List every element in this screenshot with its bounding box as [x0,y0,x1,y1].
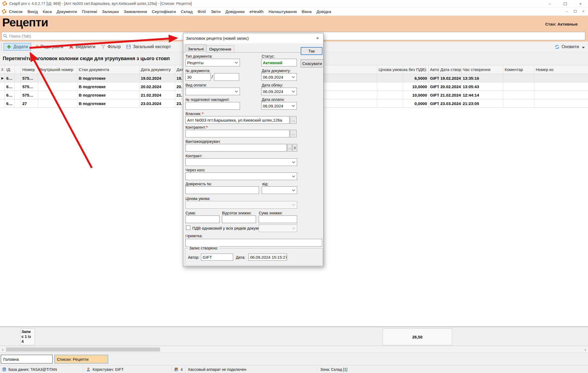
contract-combobox[interactable] [185,158,297,166]
contractor-field[interactable] [185,130,290,137]
via-combobox[interactable] [185,172,297,180]
author-field[interactable]: GIFT [201,254,233,261]
cell-blank [15,91,21,99]
tab-lists-recipes[interactable]: Списки: Рецепти [54,355,108,363]
column-chooser-icon[interactable] [0,65,5,74]
maximize-icon[interactable] [557,0,573,7]
edit-button[interactable]: Редагувати [31,43,66,50]
window-controls: – × [542,0,588,7]
cash-register-icon [174,367,179,372]
column-header-created-time[interactable]: Час створення [461,65,503,74]
doc-type-combobox[interactable]: Рецепты [185,59,240,66]
cancel-button[interactable]: Скасувати [301,59,324,67]
scroll-left-icon[interactable]: ‹ [1,346,5,353]
column-header-sum-no-vat[interactable]: Сума без ПДВ): [403,65,429,74]
menu-item-zvity[interactable]: Звіти [208,9,223,14]
note-field[interactable] [185,239,322,246]
sum-field[interactable] [185,215,220,223]
contract-label: Контракт: [185,154,202,158]
column-header-number[interactable]: Номер [21,65,38,74]
consignee-clear-button[interactable]: X [293,144,297,152]
column-header-blank[interactable] [15,65,21,74]
menu-item-dokumenty[interactable]: Документи [54,9,80,14]
export-button[interactable]: Загальний експорт [123,43,173,50]
statusbar-separator [83,366,83,372]
column-header-internal-number[interactable]: Внутрішній номер [38,65,77,74]
vat-rate-combobox[interactable] [259,224,297,232]
cash-register-status: Кассовый аппарат не подключен [188,365,246,373]
menu-item-vikna[interactable]: Вікна [299,9,314,14]
discount-sum-field[interactable] [259,215,297,223]
vat-same-checkbox[interactable] [186,226,190,230]
scroll-right-icon[interactable]: › [583,346,587,353]
account-date-combobox[interactable]: 06.09.2024 [261,88,297,95]
doc-no-field[interactable]: 30 [185,73,211,81]
consignee-field[interactable] [185,144,287,152]
cell-number-k [534,82,588,91]
menu-item-filii[interactable]: Філії [195,9,208,14]
menu-item-dovidnyky[interactable]: Довідники [223,9,247,14]
mdi-minimize-icon[interactable]: – [564,8,570,14]
column-header-doc-date[interactable]: Дата документу [139,65,175,74]
consignee-browse-button[interactable]: … [287,144,292,152]
toolbar-grip[interactable] [1,43,2,50]
sum-total: 26,50 [383,328,452,345]
refresh-dropdown-icon[interactable] [582,47,585,48]
menu-item-dovidka[interactable]: Довідка [314,9,334,14]
column-header-created-date[interactable]: Дата створе… [439,65,461,74]
menu-item-nalashtuvannya[interactable]: Налаштування [266,9,299,14]
doc-date-combobox[interactable]: 06.09.2024 [261,73,297,81]
column-header-author[interactable]: Автор [429,65,439,74]
add-button[interactable]: Додати [4,43,31,51]
ok-button[interactable]: Так [301,47,322,55]
discount-percent-field[interactable] [222,215,256,223]
owner-field[interactable]: Апт №003 пгт.Барышевка, ул.Киевский шлях… [185,116,290,124]
cell-doc-date: 21.02.2024 [139,91,175,99]
dialog-tab-rounding[interactable]: Округлення [206,45,234,53]
pay-date-combobox[interactable]: 06.09.2024 [261,102,297,110]
owner-browse-button[interactable]: … [290,116,297,124]
menu-item-sertyfikaty[interactable]: Сертифікати [150,9,178,14]
scrollbar-thumb[interactable] [6,347,160,352]
filter-button[interactable]: Фільтр [98,43,123,50]
mdi-restore-icon[interactable] [572,8,578,14]
price-condition-combobox[interactable] [185,201,297,209]
cell-author: GIFT [429,91,439,99]
mdi-close-icon[interactable]: × [580,8,586,14]
from-date-combobox[interactable] [262,186,297,194]
cell-number: 575… [21,82,38,91]
minimize-icon[interactable]: – [542,0,557,7]
status-bar: База даних: TASA3@TITAN Користувач: GIFT… [0,365,588,373]
tab-home[interactable]: Головна [1,355,53,363]
column-header-price-condition[interactable]: Цінова умова [377,65,403,74]
proxy-field[interactable] [185,186,259,194]
created-date-field[interactable]: 06.09.2024 15:15:27 [248,254,287,261]
column-header-doc-state[interactable]: Стан документа [77,65,139,74]
delete-button[interactable]: Видалити [66,43,98,50]
payment-kind-combobox[interactable] [185,88,240,95]
doc-no-suffix-field[interactable] [214,73,239,81]
tax-invoice-field[interactable] [185,102,240,110]
menu-item-platezhi[interactable]: Платежі [80,9,100,14]
recipe-header-dialog: Заголовок рецепта (новий запис) × Загаль… [183,33,324,267]
horizontal-scrollbar[interactable]: ‹ › [0,346,588,353]
cell-id: 6… [5,74,15,82]
dialog-close-icon[interactable]: × [312,33,323,43]
menu-item-vyhid[interactable]: Вихід [25,9,40,14]
status-field[interactable]: Активний [261,59,297,66]
menu-item-zamovlennya[interactable]: Замовлення [121,9,149,14]
chevron-down-icon [292,104,295,107]
column-header-number-k[interactable]: Номер ко [534,65,588,74]
menu-item-kasa[interactable]: Каса [40,9,54,14]
menu-item-sklad[interactable]: Склад [178,9,195,14]
contractor-browse-button[interactable]: … [290,130,297,137]
dialog-tab-general[interactable]: Загальні [185,45,206,53]
menu-item-spisok[interactable]: Список [7,9,25,14]
refresh-button[interactable]: Оновити [555,44,585,50]
menu-item-ehealth[interactable]: eHealth [247,9,266,14]
menu-bar: Список Вихід Каса Документи Платежі Зали… [0,7,588,16]
close-icon[interactable]: × [573,0,588,7]
column-header-comment[interactable]: Коментар [503,65,534,74]
column-header-id[interactable]: ІД [5,65,15,74]
menu-item-zalyshky[interactable]: Залишки [100,9,121,14]
